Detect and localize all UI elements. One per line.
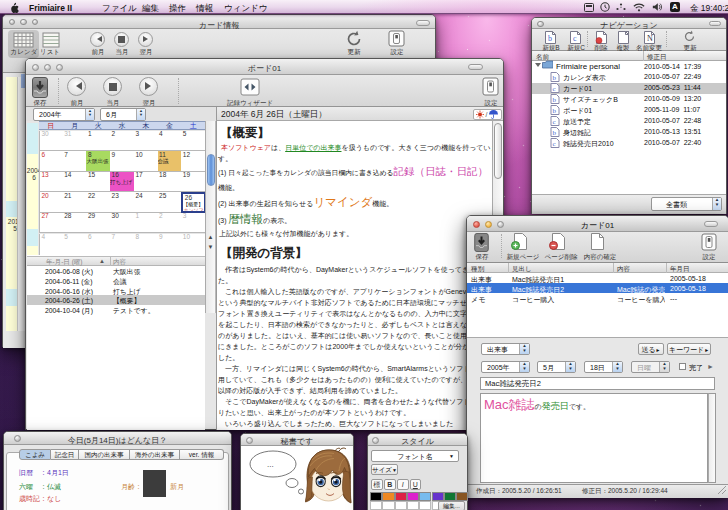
svg-text:N: N	[647, 34, 653, 43]
svg-text:b: b	[553, 96, 557, 104]
svg-text:/: /	[486, 111, 488, 118]
svg-text:b: b	[553, 129, 557, 137]
svg-text:b: b	[548, 34, 552, 43]
svg-text:c: c	[573, 34, 577, 43]
svg-text:b: b	[553, 107, 557, 115]
svg-text:c: c	[553, 140, 556, 148]
svg-text:b: b	[553, 74, 557, 82]
svg-text:...: ...	[267, 460, 274, 469]
svg-text:c: c	[553, 118, 556, 126]
svg-text:c: c	[553, 85, 556, 93]
